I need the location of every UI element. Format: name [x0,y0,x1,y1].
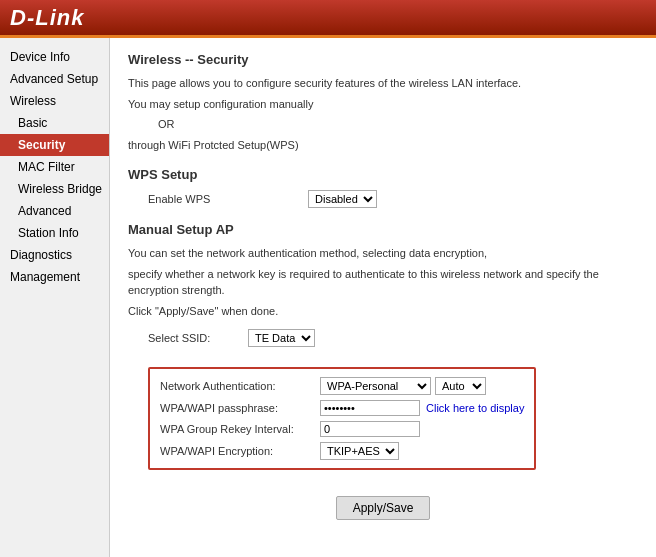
main-content: Wireless -- Security This page allows yo… [110,38,656,557]
click-display-link[interactable]: Click here to display [426,402,524,414]
desc-line1: This page allows you to configure securi… [128,75,638,92]
sidebar-item-security[interactable]: Security [0,134,109,156]
network-auth-label: Network Authentication: [160,380,320,392]
sidebar-item-wireless-bridge[interactable]: Wireless Bridge [0,178,109,200]
rekey-label: WPA Group Rekey Interval: [160,423,320,435]
ssid-row: Select SSID: TE Data [128,329,638,347]
apply-container: Apply/Save [128,496,638,520]
wps-section-title: WPS Setup [128,167,638,182]
sidebar-item-advanced[interactable]: Advanced [0,200,109,222]
sidebar-item-diagnostics[interactable]: Diagnostics [0,244,109,266]
enable-wps-select[interactable]: Disabled Enabled [308,190,377,208]
rekey-input[interactable] [320,421,420,437]
page-title: Wireless -- Security [128,52,638,67]
rekey-row: WPA Group Rekey Interval: [160,421,524,437]
sidebar-item-advanced-setup[interactable]: Advanced Setup [0,68,109,90]
ssid-label: Select SSID: [148,332,248,344]
encryption-label: WPA/WAPI Encryption: [160,445,320,457]
passphrase-input[interactable] [320,400,420,416]
passphrase-row: WPA/WAPI passphrase: Click here to displ… [160,400,524,416]
ssid-select[interactable]: TE Data [248,329,315,347]
header: D-Link [0,0,656,38]
layout: Device Info Advanced Setup Wireless Basi… [0,38,656,557]
network-auth-sub-select[interactable]: Auto AES TKIP [435,377,486,395]
sidebar-item-station-info[interactable]: Station Info [0,222,109,244]
sidebar-item-management[interactable]: Management [0,266,109,288]
manual-desc1: You can set the network authentication m… [128,245,638,262]
network-auth-select[interactable]: Open Shared WPA-Personal WPA-Enterprise … [320,377,431,395]
sidebar: Device Info Advanced Setup Wireless Basi… [0,38,110,557]
sidebar-item-mac-filter[interactable]: MAC Filter [0,156,109,178]
encryption-select[interactable]: TKIP+AES TKIP AES [320,442,399,460]
passphrase-label: WPA/WAPI passphrase: [160,402,320,414]
sidebar-item-device-info[interactable]: Device Info [0,46,109,68]
desc-line3: OR [128,116,638,133]
enable-wps-label: Enable WPS [148,193,308,205]
encryption-row: WPA/WAPI Encryption: TKIP+AES TKIP AES [160,442,524,460]
auth-box: Network Authentication: Open Shared WPA-… [148,367,536,470]
network-auth-row: Network Authentication: Open Shared WPA-… [160,377,524,395]
manual-desc3: Click "Apply/Save" when done. [128,303,638,320]
manual-section-title: Manual Setup AP [128,222,638,237]
desc-line4: through WiFi Protcted Setup(WPS) [128,137,638,154]
apply-save-button[interactable]: Apply/Save [336,496,431,520]
dlink-logo: D-Link [10,5,84,31]
manual-desc2: specify whether a network key is require… [128,266,638,299]
sidebar-item-wireless[interactable]: Wireless [0,90,109,112]
enable-wps-row: Enable WPS Disabled Enabled [128,190,638,208]
desc-line2: You may setup configuration manually [128,96,638,113]
sidebar-item-basic[interactable]: Basic [0,112,109,134]
